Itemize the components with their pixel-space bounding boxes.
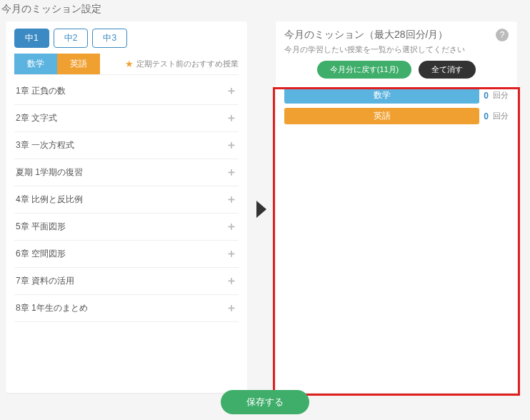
arrow-column — [253, 21, 270, 397]
grade-tab-3[interactable]: 中3 — [92, 29, 127, 48]
help-icon[interactable]: ? — [496, 29, 509, 41]
chapter-row[interactable]: 1章 正負の数＋ — [14, 78, 239, 105]
chapter-row[interactable]: 8章 1年生のまとめ＋ — [14, 295, 239, 322]
chapter-label: 8章 1年生のまとめ — [16, 302, 88, 314]
subject-tab-english[interactable]: 英語 — [57, 54, 100, 74]
chapter-row[interactable]: 7章 資料の活用＋ — [14, 268, 239, 295]
right-title: 今月のミッション（最大28回分/月） — [284, 29, 448, 41]
subject-bar-math[interactable]: 数学 — [284, 87, 479, 104]
plus-icon: ＋ — [226, 301, 237, 316]
chapter-label: 3章 一次方程式 — [16, 139, 74, 151]
chapter-label: 夏期 1学期の復習 — [16, 166, 83, 179]
chapter-label: 7章 資料の活用 — [16, 275, 74, 287]
plus-icon: ＋ — [226, 192, 237, 207]
arrow-right-icon — [256, 201, 266, 218]
page-title: 今月のミッション設定 — [0, 0, 530, 17]
plus-icon: ＋ — [226, 246, 237, 261]
subject-tab-math[interactable]: 数学 — [14, 54, 57, 74]
grade-tabs: 中1 中2 中3 — [14, 29, 239, 48]
subject-row-english: 英語 0 回分 — [284, 108, 509, 124]
main-container: 中1 中2 中3 数学 英語 ★ 定期テスト前のおすすめ授業 1章 正負の数＋ … — [0, 17, 530, 403]
plus-icon: ＋ — [226, 138, 237, 153]
footer: 保存する — [0, 390, 530, 414]
chapter-row[interactable]: 6章 空間図形＋ — [14, 241, 239, 268]
chapter-row[interactable]: 2章 文字式＋ — [14, 105, 239, 132]
plus-icon: ＋ — [226, 111, 237, 126]
chapter-label: 1章 正負の数 — [16, 85, 66, 97]
english-count: 0 — [484, 111, 489, 121]
grade-tab-2[interactable]: 中2 — [54, 29, 89, 48]
reset-month-button[interactable]: 今月分に戻す(11月) — [317, 61, 412, 79]
right-subtitle: 今月の学習したい授業を一覧から選択してください — [284, 44, 509, 55]
action-row: 今月分に戻す(11月) 全て消す — [284, 61, 509, 79]
right-title-row: 今月のミッション（最大28回分/月） ? — [284, 29, 509, 41]
chapter-label: 5章 平面図形 — [16, 221, 66, 233]
subject-bar-english[interactable]: 英語 — [284, 108, 479, 124]
chapter-list: 1章 正負の数＋ 2章 文字式＋ 3章 一次方程式＋ 夏期 1学期の復習＋ 4章… — [14, 78, 239, 322]
count-suffix: 回分 — [493, 111, 509, 121]
recommended-text: 定期テスト前のおすすめ授業 — [136, 59, 239, 69]
plus-icon: ＋ — [226, 84, 237, 99]
clear-all-button[interactable]: 全て消す — [419, 61, 476, 79]
grade-tab-1[interactable]: 中1 — [14, 29, 49, 48]
chapter-row[interactable]: 5章 平面図形＋ — [14, 214, 239, 241]
subject-row-math: 数学 0 回分 — [284, 87, 509, 104]
save-button[interactable]: 保存する — [221, 390, 309, 414]
math-count: 0 — [484, 91, 489, 101]
count-suffix: 回分 — [493, 90, 509, 101]
highlight-frame — [273, 87, 520, 396]
chapter-label: 4章 比例と反比例 — [16, 194, 83, 206]
right-panel: 今月のミッション（最大28回分/月） ? 今月の学習したい授業を一覧から選択して… — [276, 21, 517, 393]
chapter-label: 2章 文字式 — [16, 112, 57, 124]
subject-tabs: 数学 英語 ★ 定期テスト前のおすすめ授業 — [14, 54, 239, 75]
chapter-label: 6章 空間図形 — [16, 248, 66, 260]
recommended-label: ★ 定期テスト前のおすすめ授業 — [125, 59, 239, 69]
plus-icon: ＋ — [226, 165, 237, 180]
chapter-row[interactable]: 4章 比例と反比例＋ — [14, 186, 239, 214]
plus-icon: ＋ — [226, 219, 237, 234]
chapter-row[interactable]: 夏期 1学期の復習＋ — [14, 159, 239, 186]
star-icon: ★ — [125, 59, 134, 69]
chapter-row[interactable]: 3章 一次方程式＋ — [14, 132, 239, 159]
left-panel: 中1 中2 中3 数学 英語 ★ 定期テスト前のおすすめ授業 1章 正負の数＋ … — [6, 21, 247, 393]
plus-icon: ＋ — [226, 274, 237, 289]
